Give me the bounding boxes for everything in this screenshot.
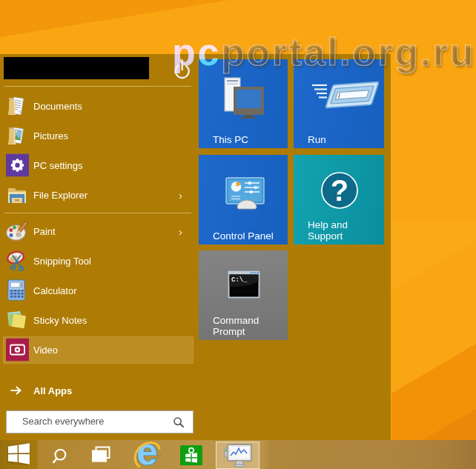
svg-text:C:\_: C:\_: [231, 276, 248, 284]
svg-text:?: ?: [331, 174, 348, 207]
svg-text:8: 8: [19, 283, 22, 288]
